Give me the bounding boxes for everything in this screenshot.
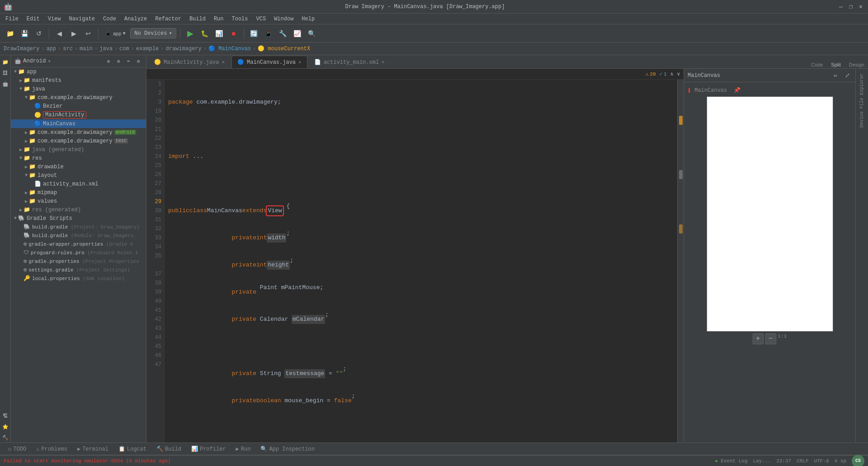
toolbar-module-select[interactable]: 📱 app ▾	[102, 27, 128, 40]
menu-file[interactable]: File	[2, 15, 22, 23]
tree-gradle-wrapper[interactable]: ⚙ gradle-wrapper.properties (Gradle V	[11, 240, 146, 248]
tree-btn-2[interactable]: ⚙	[114, 57, 123, 65]
toolbar-search-btn[interactable]: 🔍	[306, 27, 318, 40]
tree-package-android[interactable]: ▶ 📁 com.example.drawimagery android	[11, 128, 146, 137]
tree-gradle-scripts[interactable]: ▼ 🐘 Gradle Scripts	[11, 214, 146, 223]
code-content[interactable]: package com.example.drawimagery; import …	[165, 80, 677, 442]
menu-analyze[interactable]: Analyze	[121, 15, 151, 23]
breadcrumb-app[interactable]: app	[46, 46, 56, 52]
menu-window[interactable]: Window	[270, 15, 297, 23]
breadcrumb-src[interactable]: src	[63, 46, 73, 52]
android-dropdown[interactable]: 🤖 Android ▾	[14, 58, 51, 65]
tree-maincanvas[interactable]: 🔵 MainCanvas	[11, 119, 146, 128]
line-ending-btn[interactable]: CRLF	[797, 458, 808, 464]
tree-java-generated[interactable]: ▶ 📁 java (generated)	[11, 145, 146, 154]
collapse-btn[interactable]: ∧	[670, 71, 674, 77]
menu-tools[interactable]: Tools	[228, 15, 252, 23]
user-avatar[interactable]: CS	[852, 455, 864, 466]
android-icon[interactable]: 🤖	[0, 79, 10, 89]
layout-tab-btn[interactable]: Lay...	[753, 458, 771, 464]
breadcrumb-maincanvas[interactable]: 🔵 MainCanvas	[208, 45, 251, 52]
zoom-plus-btn[interactable]: +	[753, 333, 764, 344]
tab-mainactivity[interactable]: 🟡 MainActivity.java ×	[148, 56, 231, 68]
breadcrumb-java[interactable]: java	[99, 46, 113, 52]
breadcrumb-drawimagery[interactable]: DrawImagery	[4, 46, 39, 52]
warning-badge[interactable]: ⚠ 20	[646, 71, 656, 77]
bottom-tab-problems[interactable]: ⚠Problems	[32, 444, 72, 454]
toolbar-open-btn[interactable]: 📁	[4, 27, 16, 40]
scroll-gutter[interactable]	[677, 80, 684, 442]
tree-java[interactable]: ▼ 📁 java	[11, 85, 146, 93]
tree-package-test[interactable]: ▶ 📁 com.example.drawimagery test	[11, 137, 146, 145]
info-badge[interactable]: ✓ 1	[660, 71, 667, 77]
project-icon[interactable]: 📁	[0, 57, 10, 67]
tree-mipmap[interactable]: ▶ 📁 mipmap	[11, 188, 146, 197]
device-file-explorer-btn[interactable]: Device File Explorer	[859, 71, 865, 130]
expand-btn[interactable]: ∨	[677, 71, 680, 77]
toolbar-sdk-btn[interactable]: 🔧	[277, 27, 289, 40]
tree-res[interactable]: ▼ 📁 res	[11, 154, 146, 162]
toolbar-sync-btn[interactable]: 🔄	[248, 27, 260, 40]
bottom-tab-logcat[interactable]: 📋Logcat	[114, 444, 151, 454]
tree-activity-main-xml[interactable]: 📄 activity_main.xml	[11, 180, 146, 188]
close-button[interactable]: ✕	[857, 3, 864, 10]
event-log-btn[interactable]: ● Event Log	[715, 458, 748, 464]
zoom-minus-btn[interactable]: −	[765, 333, 776, 344]
code-editor[interactable]: 1 2 3 19 20 21 22 23 24 25 26 27 28 29	[146, 80, 684, 442]
favorites-icon[interactable]: ⭐	[0, 422, 10, 432]
breadcrumb-main[interactable]: main	[80, 46, 93, 52]
tree-res-generated[interactable]: ▶ 📁 res (generated)	[11, 205, 146, 214]
encoding-btn[interactable]: UTF-8	[814, 458, 829, 464]
indent-btn[interactable]: 4 sp	[835, 458, 846, 464]
resource-icon[interactable]: 🖼	[0, 68, 10, 78]
tree-package[interactable]: ▼ 📁 com.example.drawimagery	[11, 93, 146, 102]
view-mode-code[interactable]: Code	[807, 61, 826, 68]
bottom-tab-run[interactable]: ▶Run	[231, 444, 255, 454]
menu-code[interactable]: Code	[99, 15, 120, 23]
tree-bezier[interactable]: 🔵 Bezier	[11, 102, 146, 110]
view-mode-split[interactable]: Split	[827, 61, 844, 68]
menu-edit[interactable]: Edit	[23, 15, 43, 23]
maximize-button[interactable]: ❐	[847, 3, 854, 10]
menu-run[interactable]: Run	[210, 15, 227, 23]
bottom-tab-appinspection[interactable]: 🔍App Inspection	[256, 444, 319, 454]
tab-close-maincanvas[interactable]: ×	[298, 60, 302, 65]
tree-local-props[interactable]: 🔑 local.properties (SDK Location)	[11, 274, 146, 283]
tree-layout[interactable]: ▼ 📁 layout	[11, 171, 146, 180]
tree-build-gradle-project[interactable]: 🐘 build.gradle (Project: Draw_Imagery)	[11, 223, 146, 231]
menu-help[interactable]: Help	[298, 15, 318, 23]
bottom-tab-terminal[interactable]: ▶Terminal	[73, 444, 113, 454]
toolbar-forward-btn[interactable]: ▶	[67, 27, 80, 40]
view-mode-design[interactable]: Design	[845, 61, 868, 68]
tree-drawable[interactable]: ▶ 📁 drawable	[11, 162, 146, 171]
toolbar-avd-btn[interactable]: 📱	[262, 27, 275, 40]
build-variants-icon[interactable]: 🔨	[0, 433, 10, 442]
toolbar-coverage-btn[interactable]: 📊	[213, 27, 226, 40]
menu-build[interactable]: Build	[186, 15, 209, 23]
menu-navigate[interactable]: Navigate	[65, 15, 99, 23]
tree-mainactivity[interactable]: 🟡 MainActivity	[11, 110, 146, 119]
breadcrumb-mousecurrentx[interactable]: 🟡 mouseCurrentX	[258, 45, 310, 52]
tree-settings-gradle[interactable]: ⚙ settings.gradle (Project Settings)	[11, 266, 146, 274]
toolbar-stop-btn[interactable]: ■	[227, 27, 240, 40]
tree-btn-1[interactable]: ⊕	[104, 57, 113, 65]
tree-build-gradle-module[interactable]: 🐘 build.gradle (Module: Draw_Imagery.	[11, 231, 146, 240]
breadcrumb-com[interactable]: com	[119, 46, 129, 52]
toolbar-undo-btn[interactable]: ↩	[82, 27, 94, 40]
tree-manifests[interactable]: ▶ 📁 manifests	[11, 76, 146, 85]
menu-refactor[interactable]: Refactor	[151, 15, 185, 23]
bottom-tab-todo[interactable]: ☑TODO	[4, 444, 31, 454]
breadcrumb-example[interactable]: example	[136, 46, 159, 52]
bottom-tab-build[interactable]: 🔨Build	[152, 444, 186, 454]
device-selector[interactable]: No Devices ▾	[130, 28, 176, 38]
tree-gradle-props[interactable]: ⚙ gradle.properties (Project Properties	[11, 257, 146, 266]
tree-values[interactable]: ▶ 📁 values	[11, 197, 146, 205]
toolbar-run-btn[interactable]: ▶	[184, 27, 197, 40]
toolbar-save-btn[interactable]: 💾	[18, 27, 31, 40]
toolbar-profiler-btn[interactable]: 📈	[291, 27, 304, 40]
tab-close-mainactivity[interactable]: ×	[222, 60, 225, 65]
tab-activitymainxml[interactable]: 📄 activity_main.xml ×	[308, 56, 391, 68]
tab-close-activitymainxml[interactable]: ×	[382, 60, 385, 65]
preview-expand-btn[interactable]: ⇔	[831, 71, 840, 80]
toolbar-refresh-btn[interactable]: ↺	[33, 27, 45, 40]
